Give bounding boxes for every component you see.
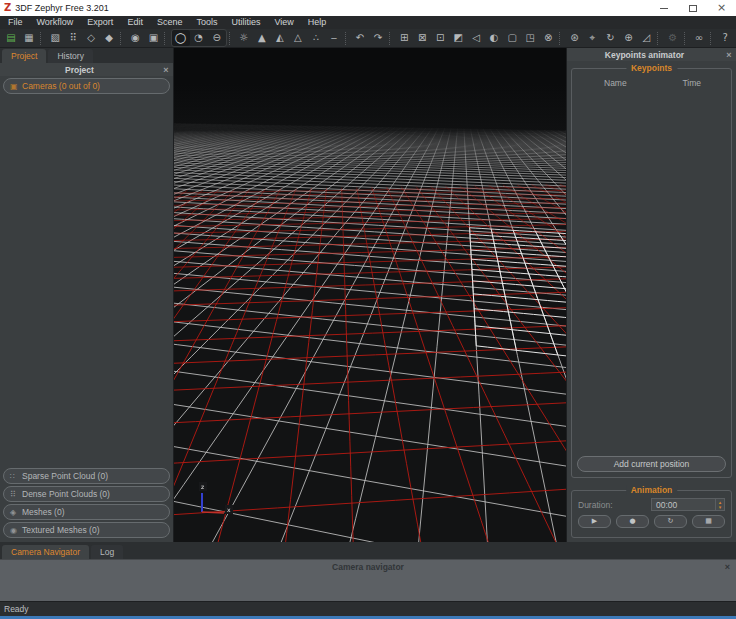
select-polygon-icon[interactable]: ◁ xyxy=(467,30,485,46)
tab-camera-navigator[interactable]: Camera Navigator xyxy=(2,545,89,559)
project-panel-title: Project xyxy=(0,65,159,75)
minimize-icon xyxy=(660,8,668,9)
project-panel-close-icon[interactable]: × xyxy=(159,65,173,75)
menu-help[interactable]: Help xyxy=(301,16,334,29)
toolbar-separator xyxy=(389,32,392,45)
toolbar-separator xyxy=(559,32,562,45)
dense-point-clouds-item[interactable]: ⠿Dense Point Clouds (0) xyxy=(3,486,170,502)
tab-project[interactable]: Project xyxy=(2,49,46,63)
cameras-item[interactable]: ▣ Cameras (0 out of 0) xyxy=(3,78,170,94)
keypoints-column-name: Name xyxy=(604,78,627,88)
measure-icon[interactable]: ◿ xyxy=(637,30,655,46)
menu-export[interactable]: Export xyxy=(80,16,120,29)
camera-view-icon[interactable]: ▣ xyxy=(144,30,162,46)
stereo-view-icon[interactable]: ∞ xyxy=(690,30,708,46)
add-current-position-button[interactable]: Add current position xyxy=(577,456,726,472)
tab-log[interactable]: Log xyxy=(91,545,123,559)
select-rect-icon[interactable]: ⊡ xyxy=(431,30,449,46)
rotate-object-icon[interactable]: ↻ xyxy=(601,30,619,46)
save-animation-button[interactable]: ▦ xyxy=(692,515,725,528)
lighting-icon[interactable]: ☼ xyxy=(235,30,253,46)
spinner-down-icon[interactable]: ▾ xyxy=(719,505,722,510)
loop-button[interactable]: ↻ xyxy=(654,515,687,528)
menu-utilities[interactable]: Utilities xyxy=(224,16,267,29)
save-project-icon[interactable]: ▦ xyxy=(20,30,38,46)
dense-point-clouds-item-label: Dense Point Clouds (0) xyxy=(22,489,110,499)
window-title: 3DF Zephyr Free 3.201 xyxy=(15,3,109,13)
toolbar-group: ▤▦ xyxy=(2,30,38,46)
close-button[interactable]: × xyxy=(707,0,736,16)
keypoints-animator-close-icon[interactable]: × xyxy=(722,50,736,60)
duration-label: Duration: xyxy=(578,500,613,510)
main-row: ProjectHistory Project × ▣ Cameras (0 ou… xyxy=(0,48,736,542)
menu-edit[interactable]: Edit xyxy=(120,16,150,29)
menu-workflow[interactable]: Workflow xyxy=(30,16,81,29)
keypoints-animator-title: Keypoints animator xyxy=(567,50,722,60)
toolbar-group: ◯◔⊖ xyxy=(171,29,227,47)
solid-mesh-icon[interactable]: ◆ xyxy=(100,30,118,46)
menu-tools[interactable]: Tools xyxy=(189,16,224,29)
crop-selection-icon[interactable]: ◳ xyxy=(521,30,539,46)
duration-spinner[interactable]: ▴ ▾ xyxy=(715,499,724,510)
project-tree-area[interactable] xyxy=(3,96,170,468)
keypoints-group: Keypoints Name Time Add current position xyxy=(571,68,732,478)
toolbar-separator xyxy=(120,32,123,45)
viewport-3d[interactable] xyxy=(174,48,566,542)
menu-scene[interactable]: Scene xyxy=(150,16,190,29)
tab-history[interactable]: History xyxy=(48,49,92,63)
bottom-tab-bar: Camera NavigatorLog xyxy=(0,542,736,559)
textured-mesh-icon[interactable]: ◉ xyxy=(126,30,144,46)
rotate-mode-icon[interactable]: ◔ xyxy=(190,30,208,46)
menu-view[interactable]: View xyxy=(267,16,300,29)
keypoints-animator-header: Keypoints animator × xyxy=(567,48,736,61)
delete-selection-icon[interactable]: ⊗ xyxy=(539,30,557,46)
pivot-pin-icon[interactable]: ⌖ xyxy=(583,30,601,46)
show-selection-icon[interactable]: ▢ xyxy=(503,30,521,46)
toolbar-separator xyxy=(684,32,687,45)
toolbar-group: ☼▲◭△∴‒ xyxy=(235,30,343,46)
select-area-icon[interactable]: ▧ xyxy=(46,30,64,46)
open-project-icon[interactable]: ▤ xyxy=(2,30,20,46)
viewport-container xyxy=(174,48,566,542)
sparse-point-cloud-item-label: Sparse Point Cloud (0) xyxy=(22,471,108,481)
camera-navigator-close-icon[interactable]: × xyxy=(725,562,730,572)
wireframe-mesh-icon[interactable]: ◇ xyxy=(82,30,100,46)
orbit-gizmo-icon[interactable]: ⊛ xyxy=(565,30,583,46)
orbit-mode-icon[interactable]: ◯ xyxy=(172,30,190,46)
menu-bar: FileWorkflowExportEditSceneToolsUtilitie… xyxy=(0,16,736,29)
play-button[interactable]: ▶ xyxy=(578,515,611,528)
project-bottom-items: ∷Sparse Point Cloud (0)⠿Dense Point Clou… xyxy=(3,468,170,540)
duration-spinbox[interactable]: 00:00 ▴ ▾ xyxy=(651,498,725,511)
record-button[interactable]: ● xyxy=(616,515,649,528)
undo-icon[interactable]: ↶ xyxy=(351,30,369,46)
point-density-icon[interactable]: ∴ xyxy=(307,30,325,46)
app-logo-icon: Z xyxy=(4,0,11,16)
point-cloud-icon[interactable]: ⠿ xyxy=(64,30,82,46)
lod-high-icon[interactable]: ▲ xyxy=(253,30,271,46)
deselect-cursor-icon[interactable]: ⊠ xyxy=(413,30,431,46)
toolbar-separator xyxy=(345,32,348,45)
sparse-point-cloud-item[interactable]: ∷Sparse Point Cloud (0) xyxy=(3,468,170,484)
move-object-icon[interactable]: ⊕ xyxy=(619,30,637,46)
minimize-button[interactable] xyxy=(649,0,678,16)
density-dropdown-icon[interactable]: ‒ xyxy=(325,30,343,46)
redo-icon[interactable]: ↷ xyxy=(369,30,387,46)
meshes-item[interactable]: ◈Meshes (0) xyxy=(3,504,170,520)
keypoints-group-legend: Keypoints xyxy=(626,63,677,73)
select-cursor-icon[interactable]: ⊞ xyxy=(395,30,413,46)
keypoints-list[interactable] xyxy=(572,88,731,456)
invert-selection-icon[interactable]: ◐ xyxy=(485,30,503,46)
toolbar-group: ◉▣ xyxy=(126,30,162,46)
textured-meshes-item[interactable]: ◉Textured Meshes (0) xyxy=(3,522,170,538)
pan-mode-icon[interactable]: ⊖ xyxy=(208,30,226,46)
help-icon[interactable]: ? xyxy=(716,30,734,46)
maximize-button[interactable] xyxy=(678,0,707,16)
toolbar-separator xyxy=(710,32,713,45)
toolbar-separator xyxy=(657,32,660,45)
lod-medium-icon[interactable]: ◭ xyxy=(271,30,289,46)
toolbar-group: ↶↷ xyxy=(351,30,387,46)
menu-file[interactable]: File xyxy=(1,16,30,29)
textured-meshes-icon: ◉ xyxy=(10,526,22,535)
select-plane-icon[interactable]: ◩ xyxy=(449,30,467,46)
lod-low-icon[interactable]: △ xyxy=(289,30,307,46)
